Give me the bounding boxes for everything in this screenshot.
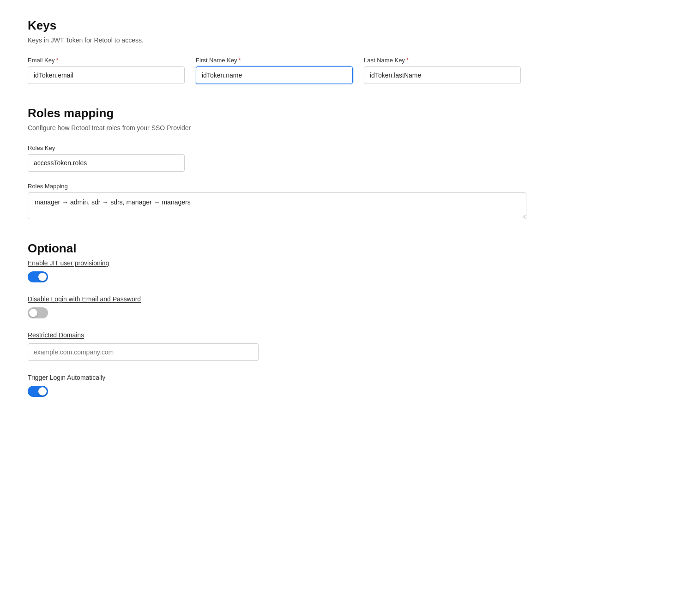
email-key-group: Email Key* xyxy=(28,57,185,84)
last-name-key-label: Last Name Key* xyxy=(364,57,521,64)
jit-toggle[interactable] xyxy=(28,271,48,282)
keys-description: Keys in JWT Token for Retool to access. xyxy=(28,36,526,44)
email-key-label: Email Key* xyxy=(28,57,185,64)
restricted-domains-item: Restricted Domains xyxy=(28,331,526,361)
optional-section: Optional Enable JIT user provisioning Di… xyxy=(28,241,526,397)
keys-title: Keys xyxy=(28,18,526,33)
roles-mapping-title: Roles mapping xyxy=(28,106,526,120)
jit-item: Enable JIT user provisioning xyxy=(28,259,526,282)
first-name-key-input[interactable] xyxy=(196,66,353,84)
disable-login-toggle-container xyxy=(28,307,526,318)
last-name-key-input[interactable] xyxy=(364,66,521,84)
roles-mapping-description: Configure how Retool treat roles from yo… xyxy=(28,124,526,132)
disable-login-label: Disable Login with Email and Password xyxy=(28,295,526,303)
roles-key-label: Roles Key xyxy=(28,144,185,151)
trigger-login-toggle[interactable] xyxy=(28,386,48,397)
disable-login-toggle-slider xyxy=(28,307,48,318)
keys-fields-row: Email Key* First Name Key* Last Name Key… xyxy=(28,57,526,84)
trigger-login-toggle-slider xyxy=(28,386,48,397)
first-name-key-group: First Name Key* xyxy=(196,57,353,84)
jit-toggle-container xyxy=(28,271,526,282)
trigger-login-item: Trigger Login Automatically xyxy=(28,374,526,397)
disable-login-toggle[interactable] xyxy=(28,307,48,318)
keys-section: Keys Keys in JWT Token for Retool to acc… xyxy=(28,18,526,84)
restricted-domains-label: Restricted Domains xyxy=(28,331,526,339)
jit-toggle-slider xyxy=(28,271,48,282)
roles-mapping-group: Roles Mapping manager → admin, sdr → sdr… xyxy=(28,183,526,219)
disable-login-item: Disable Login with Email and Password xyxy=(28,295,526,318)
trigger-login-toggle-container xyxy=(28,386,526,397)
optional-title: Optional xyxy=(28,241,526,256)
roles-key-input[interactable] xyxy=(28,154,185,172)
roles-key-group: Roles Key xyxy=(28,144,185,172)
last-name-key-group: Last Name Key* xyxy=(364,57,521,84)
roles-mapping-label: Roles Mapping xyxy=(28,183,526,190)
trigger-login-label: Trigger Login Automatically xyxy=(28,374,526,381)
email-key-input[interactable] xyxy=(28,66,185,84)
restricted-domains-input[interactable] xyxy=(28,343,259,361)
roles-mapping-section: Roles mapping Configure how Retool treat… xyxy=(28,106,526,219)
roles-mapping-textarea[interactable]: manager → admin, sdr → sdrs, manager → m… xyxy=(28,192,526,219)
first-name-key-label: First Name Key* xyxy=(196,57,353,64)
jit-label: Enable JIT user provisioning xyxy=(28,259,526,267)
